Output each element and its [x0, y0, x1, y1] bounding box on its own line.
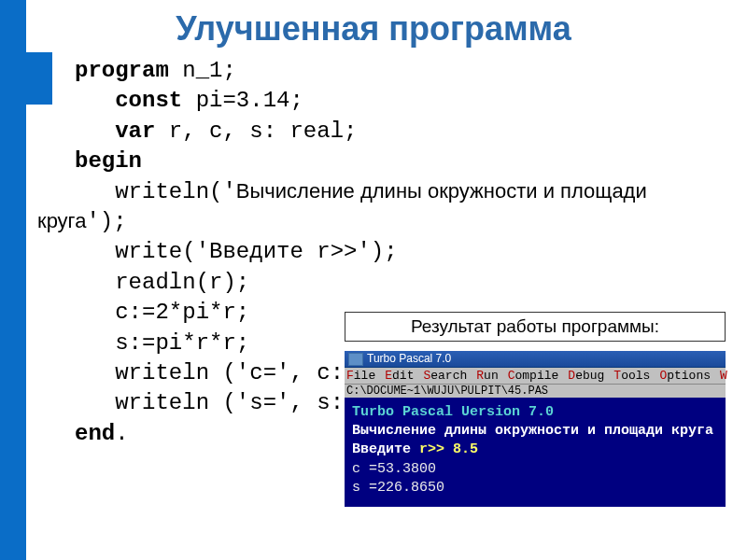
menu-tools[interactable]: Tools: [613, 369, 650, 383]
code-text: .: [115, 421, 128, 446]
tp-menubar: File Edit Search Run Compile Debug Tools…: [345, 368, 726, 384]
menu-options[interactable]: Options: [659, 369, 711, 383]
code-text: readln(r);: [115, 270, 249, 295]
system-menu-icon[interactable]: [348, 353, 363, 366]
tp-out-line1: Turbo Pascal Uersion 7.0: [352, 404, 554, 420]
code-string: Вычисление длины окружности и площади: [236, 179, 647, 203]
tp-titlebar: Turbo Pascal 7.0: [345, 351, 726, 368]
kw-const: const: [115, 88, 182, 113]
tp-out-line4: c =53.3800: [352, 460, 718, 479]
kw-var: var: [115, 119, 155, 144]
menu-w[interactable]: W: [720, 369, 727, 383]
tp-out-line3b: r>> 8.5: [419, 441, 478, 457]
code-text: n_1;: [169, 58, 236, 83]
tp-out-line2: Вычисление длины окружности и площади кр…: [352, 422, 718, 441]
result-caption: Результат работы программы:: [345, 312, 726, 342]
code-text: writeln ('c=', c:6:: [115, 360, 371, 385]
menu-debug[interactable]: Debug: [568, 369, 604, 383]
kw-program: program: [75, 58, 169, 83]
code-text: pi=3.14;: [182, 88, 303, 113]
tp-pathbar: C:\DOCUME~1\WUJU\PULPIT\45.PAS: [345, 384, 726, 398]
menu-compile[interactable]: Compile: [508, 369, 559, 383]
code-string: круга: [37, 209, 86, 232]
kw-begin: begin: [75, 148, 142, 174]
code-text: writeln ('s=', s:6:: [115, 390, 371, 415]
menu-file[interactable]: File: [346, 369, 375, 383]
slide-title: Улучшенная программа: [0, 0, 747, 56]
turbo-pascal-window: Turbo Pascal 7.0 File Edit Search Run Co…: [345, 351, 726, 507]
decoration-stripe: [0, 0, 26, 560]
tp-title-text: Turbo Pascal 7.0: [367, 352, 451, 365]
code-text: writeln(': [115, 179, 236, 204]
tp-output: Turbo Pascal Uersion 7.0 Вычисление длин…: [345, 398, 726, 507]
code-text: c:=2*pi*r;: [115, 300, 249, 325]
code-text: write('Введите r>>');: [115, 239, 397, 264]
kw-end: end: [75, 421, 115, 446]
code-text: s:=pi*r*r;: [115, 330, 249, 356]
tp-out-line5: s =226.8650: [352, 479, 718, 497]
code-text: ');: [86, 209, 126, 234]
tp-out-line3a: Введите: [352, 441, 419, 457]
menu-run[interactable]: Run: [476, 369, 498, 383]
menu-search[interactable]: Search: [423, 369, 467, 383]
code-text: r, c, s: real;: [155, 119, 357, 144]
menu-edit[interactable]: Edit: [385, 369, 414, 383]
